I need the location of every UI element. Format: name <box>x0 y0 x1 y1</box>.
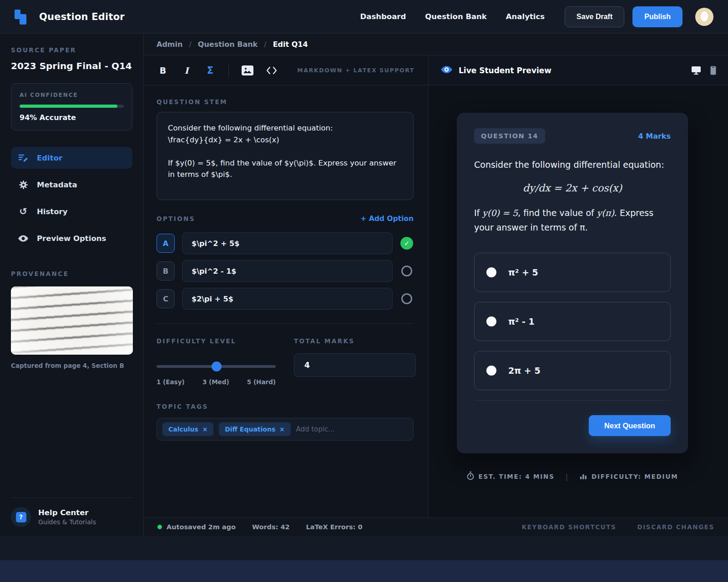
nav-dashboard[interactable]: Dashboard <box>360 12 406 21</box>
sidebar-nav: Editor Metadata ↺ History Preview Op <box>11 147 132 249</box>
code-button[interactable] <box>266 66 277 75</box>
sidebar-item-preview-options[interactable]: Preview Options <box>11 227 132 249</box>
preview-option-text: π² - 1 <box>508 316 535 326</box>
source-paper-label: SOURCE PAPER <box>11 46 132 54</box>
breadcrumb-admin[interactable]: Admin <box>157 40 182 49</box>
tag-chip-calculus: Calculus × <box>162 422 213 436</box>
radio-icon[interactable] <box>486 366 496 376</box>
editor-column: B I Σ MARKDOWN + LATEX SUPPORT QUE <box>144 55 428 517</box>
preview-options-list: π² + 5 π² - 1 2π + 5 <box>474 253 671 390</box>
preview-option-text: π² + 5 <box>508 267 538 277</box>
difficulty-ticks: 1 (Easy) 3 (Med) 5 (Hard) <box>157 378 276 386</box>
option-letter-badge[interactable]: A <box>157 234 175 253</box>
save-draft-button[interactable]: Save Draft <box>565 6 624 27</box>
autosave-text: Autosaved 2m ago <box>167 523 236 531</box>
sidebar-item-history[interactable]: ↺ History <box>11 201 132 222</box>
confidence-percent-text: 94% Accurate <box>20 113 124 122</box>
preview-title: Live Student Preview <box>459 66 551 75</box>
sidebar-item-label: History <box>37 207 67 216</box>
option-row-a: A ✓ <box>157 232 414 254</box>
option-b-status <box>400 266 414 276</box>
option-letter-badge[interactable]: C <box>157 289 175 308</box>
option-letter-badge[interactable]: B <box>157 261 175 281</box>
preview-option-3[interactable]: 2π + 5 <box>474 351 671 390</box>
question-mark-icon: ? <box>16 512 26 522</box>
tick-hard: 5 (Hard) <box>247 378 276 386</box>
help-title: Help Center <box>38 508 96 517</box>
text-fragment: , find the value of <box>518 208 597 218</box>
preview-column: Live Student Preview <box>428 55 728 517</box>
bold-button[interactable]: B <box>157 65 168 75</box>
breadcrumb-question-bank[interactable]: Question Bank <box>198 40 258 49</box>
topic-tags-field[interactable]: Calculus × Diff Equations × <box>157 418 414 441</box>
provenance-scan-thumbnail[interactable] <box>11 286 133 355</box>
slider-thumb[interactable] <box>212 361 222 371</box>
markdown-latex-note: MARKDOWN + LATEX SUPPORT <box>297 67 415 74</box>
preview-option-text: 2π + 5 <box>508 366 541 376</box>
est-time-stat: EST. TIME: 4 MINS <box>467 472 555 482</box>
remove-tag-icon[interactable]: × <box>202 426 207 433</box>
user-avatar[interactable] <box>695 8 713 26</box>
italic-button[interactable]: I <box>181 65 192 75</box>
latex-error-count: LaTeX Errors: 0 <box>306 523 363 531</box>
student-question-card: QUESTION 14 4 Marks Consider the followi… <box>457 113 688 453</box>
question-number-badge: QUESTION 14 <box>474 128 545 144</box>
mark-correct-radio[interactable] <box>401 266 412 276</box>
preview-equation: dy/dx = 2x + cos(x) <box>474 182 671 194</box>
option-row-b: B <box>157 260 414 282</box>
bar-chart-icon <box>580 472 587 481</box>
math-sigma-button[interactable]: Σ <box>205 65 216 76</box>
insert-image-button[interactable] <box>242 65 253 75</box>
discard-changes-button[interactable]: DISCARD CHANGES <box>637 523 714 531</box>
next-question-button[interactable]: Next Question <box>589 415 671 436</box>
breadcrumb-separator: / <box>264 40 266 49</box>
tick-easy: 1 (Easy) <box>157 378 185 386</box>
add-topic-input[interactable] <box>296 425 408 433</box>
top-bar: Question Editor Dashboard Question Bank … <box>0 0 728 34</box>
sidebar-item-editor[interactable]: Editor <box>11 147 132 169</box>
sidebar: SOURCE PAPER 2023 Spring Final - Q14 AI … <box>0 34 144 536</box>
tag-label: Diff Equations <box>225 426 275 433</box>
option-c-input[interactable] <box>182 288 393 310</box>
card-actions: Next Question <box>474 415 671 436</box>
correct-check-icon[interactable]: ✓ <box>400 237 413 250</box>
keyboard-shortcuts-button[interactable]: KEYBOARD SHORTCUTS <box>522 523 617 531</box>
provenance-caption: Captured from page 4, Section B <box>11 362 132 369</box>
preview-option-1[interactable]: π² + 5 <box>474 253 671 292</box>
radio-icon[interactable] <box>486 316 496 326</box>
desktop-view-icon[interactable] <box>691 66 701 75</box>
bottom-strip <box>0 560 728 582</box>
toolbar-divider <box>228 64 229 77</box>
option-b-input[interactable] <box>182 260 393 282</box>
tag-label: Calculus <box>168 426 198 433</box>
option-row-c: C <box>157 288 414 310</box>
preview-option-2[interactable]: π² - 1 <box>474 302 671 341</box>
options-header: OPTIONS + Add Option <box>157 215 414 223</box>
total-marks-input[interactable] <box>294 353 416 377</box>
remove-tag-icon[interactable]: × <box>279 426 284 433</box>
question-editor-app: Question Editor Dashboard Question Bank … <box>0 0 728 536</box>
tick-medium: 3 (Med) <box>202 378 229 386</box>
total-marks-section: TOTAL MARKS <box>294 336 416 386</box>
mobile-view-icon[interactable] <box>710 66 716 75</box>
math-fragment: y(0) = 5 <box>482 208 518 218</box>
option-a-input[interactable] <box>182 232 393 254</box>
sidebar-item-label: Metadata <box>37 181 77 189</box>
status-right: KEYBOARD SHORTCUTS DISCARD CHANGES <box>522 523 714 531</box>
question-stem-textarea[interactable]: Consider the following differential equa… <box>157 112 414 200</box>
add-option-button[interactable]: + Add Option <box>360 215 414 223</box>
math-fragment: y(π) <box>597 208 614 218</box>
help-center-link[interactable]: ? Help Center Guides & Tutorials <box>11 497 132 527</box>
nav-analytics[interactable]: Analytics <box>506 12 545 21</box>
nav-question-bank[interactable]: Question Bank <box>425 12 487 21</box>
app-title: Question Editor <box>39 11 125 22</box>
radio-icon[interactable] <box>486 267 496 277</box>
mark-correct-radio[interactable] <box>401 293 412 304</box>
difficulty-slider[interactable] <box>157 361 276 371</box>
main-area: Admin / Question Bank / Edit Q14 B I Σ <box>144 34 728 536</box>
live-preview-eye-icon <box>440 65 453 75</box>
publish-button[interactable]: Publish <box>632 6 682 27</box>
help-icon: ? <box>11 507 31 527</box>
options-label: OPTIONS <box>157 215 195 222</box>
sidebar-item-metadata[interactable]: Metadata <box>11 174 132 196</box>
